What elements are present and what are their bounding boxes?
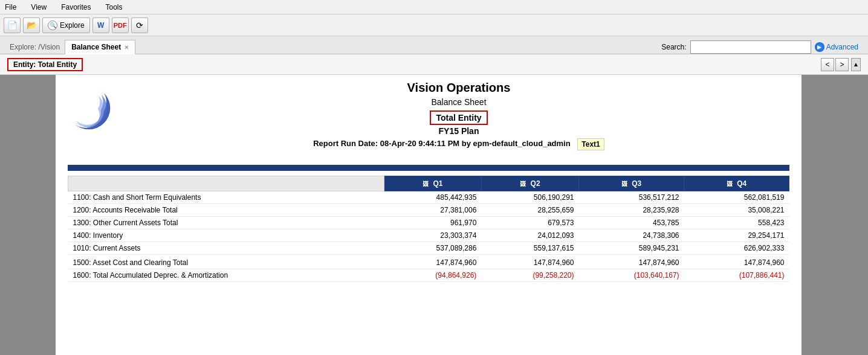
row-q3-value: 24,738,306 [579, 229, 684, 242]
data-table: 🖼 Q1 🖼 Q2 🖼 Q3 🖼 Q4 [68, 176, 789, 282]
row-q4-value: 626,902,333 [684, 242, 789, 255]
row-label: 1500: Asset Cost and Clearing Total [68, 255, 384, 269]
nav-next-button[interactable]: > [835, 58, 849, 71]
row-q1-value: 27,381,006 [384, 204, 481, 217]
row-q2-value: 679,573 [481, 217, 578, 229]
play-icon: ▶ [815, 42, 824, 52]
explore-label: Explore [60, 21, 85, 30]
table-row: 1010: Current Assets537,089,286559,137,6… [68, 242, 789, 255]
report-header: Vision Operations Balance Sheet Total En… [128, 81, 789, 150]
row-q4-value: 562,081,519 [684, 191, 789, 204]
row-q2-value: 559,137,615 [481, 242, 578, 255]
table-row: 1400: Inventory23,303,37424,012,09324,73… [68, 229, 789, 242]
search-area: Search: ▶ Advanced [661, 40, 863, 54]
row-q1-value: 147,874,960 [384, 255, 481, 269]
row-q1-value: 23,303,374 [384, 229, 481, 242]
report-plan: FY15 Plan [128, 126, 789, 136]
main-content: Vision Operations Balance Sheet Total En… [0, 75, 868, 355]
row-label: 1200: Accounts Receivable Total [68, 204, 384, 217]
advanced-label: Advanced [826, 43, 858, 51]
row-q3-value: 147,874,960 [579, 255, 684, 269]
row-q4-value: 558,423 [684, 217, 789, 229]
col-q1: 🖼 Q1 [384, 176, 481, 191]
row-q2-value: 506,190,291 [481, 191, 578, 204]
report-company: Vision Operations [128, 81, 789, 95]
menu-view[interactable]: View [28, 2, 49, 13]
nav-arrows: < > [821, 58, 849, 71]
entity-badge: Entity: Total Entity [7, 58, 83, 71]
row-label: 1100: Cash and Short Term Equivalents [68, 191, 384, 204]
search-label: Search: [661, 43, 686, 51]
row-q4-value: 147,874,960 [684, 255, 789, 269]
menu-tools[interactable]: Tools [103, 2, 125, 13]
row-q1-value: 485,442,935 [384, 191, 481, 204]
share-button[interactable]: ⟳ [131, 18, 148, 33]
row-q2-value: 147,874,960 [481, 255, 578, 269]
left-gutter [0, 75, 56, 355]
table-row: 1300: Other Current Assets Total961,9706… [68, 217, 789, 229]
row-label: 1300: Other Current Assets Total [68, 217, 384, 229]
report-subtitle: Balance Sheet [128, 97, 789, 107]
row-label: 1400: Inventory [68, 229, 384, 242]
row-q1-value: 537,089,286 [384, 242, 481, 255]
row-q1-value: 961,970 [384, 217, 481, 229]
table-row: 1100: Cash and Short Term Equivalents485… [68, 191, 789, 204]
table-header-row: 🖼 Q1 🖼 Q2 🖼 Q3 🖼 Q4 [68, 176, 789, 191]
tab-close-icon[interactable]: × [125, 43, 128, 51]
toolbar: 📄 📂 🔍 Explore W PDF ⟳ [0, 14, 868, 36]
right-gutter [802, 75, 868, 355]
row-q2-value: (99,258,220) [481, 269, 578, 282]
col-q4: 🖼 Q4 [684, 176, 789, 191]
report-divider [68, 165, 789, 171]
row-q3-value: 28,235,928 [579, 204, 684, 217]
tab-balance-sheet[interactable]: Balance Sheet × [65, 40, 135, 54]
menu-favorites[interactable]: Favorites [59, 2, 93, 13]
q3-icon: 🖼 [621, 181, 627, 187]
report-date: Report Run Date: 08-Apr-20 9:44:11 PM by… [128, 138, 789, 150]
company-logo [68, 87, 116, 135]
tab-bar: Explore: /Vision Balance Sheet × Search:… [0, 36, 868, 54]
col-label [68, 176, 384, 191]
menu-file[interactable]: File [2, 2, 19, 13]
row-q3-value: 453,785 [579, 217, 684, 229]
report-entity-badge: Total Entity [430, 110, 487, 125]
search-input[interactable] [690, 40, 811, 54]
tab-balance-sheet-label: Balance Sheet [71, 43, 121, 51]
row-label: 1010: Current Assets [68, 242, 384, 255]
open-button[interactable]: 📂 [23, 18, 40, 33]
row-q4-value: 29,254,171 [684, 229, 789, 242]
col-q3: 🖼 Q3 [579, 176, 684, 191]
q1-icon: 🖼 [423, 181, 429, 187]
advanced-button[interactable]: ▶ Advanced [815, 42, 858, 52]
new-button[interactable]: 📄 [4, 18, 21, 33]
q4-icon: 🖼 [727, 181, 733, 187]
table-row: 1500: Asset Cost and Clearing Total147,8… [68, 255, 789, 269]
scroll-up-button[interactable]: ▲ [851, 58, 861, 71]
row-q4-value: (107,886,441) [684, 269, 789, 282]
word-button[interactable]: W [92, 18, 109, 33]
row-q4-value: 35,008,221 [684, 204, 789, 217]
tab-explore[interactable]: Explore: /Vision [5, 40, 65, 54]
row-q2-value: 24,012,093 [481, 229, 578, 242]
row-label: 1600: Total Accumulated Deprec. & Amorti… [68, 269, 384, 282]
entity-header: Entity: Total Entity < > ▲ [0, 54, 868, 75]
report-area: Vision Operations Balance Sheet Total En… [56, 75, 802, 355]
q2-icon: 🖼 [520, 181, 526, 187]
nav-prev-button[interactable]: < [821, 58, 834, 71]
tooltip-text1: Text1 [577, 138, 604, 150]
row-q2-value: 28,255,659 [481, 204, 578, 217]
pdf-button[interactable]: PDF [112, 18, 129, 33]
table-row: 1600: Total Accumulated Deprec. & Amorti… [68, 269, 789, 282]
row-q1-value: (94,864,926) [384, 269, 481, 282]
row-q3-value: 589,945,231 [579, 242, 684, 255]
menu-bar: File View Favorites Tools [0, 0, 868, 14]
row-q3-value: 536,517,212 [579, 191, 684, 204]
table-row: 1200: Accounts Receivable Total27,381,00… [68, 204, 789, 217]
row-q3-value: (103,640,167) [579, 269, 684, 282]
col-q2: 🖼 Q2 [481, 176, 578, 191]
explore-icon: 🔍 [48, 21, 57, 30]
explore-button[interactable]: 🔍 Explore [42, 18, 90, 33]
